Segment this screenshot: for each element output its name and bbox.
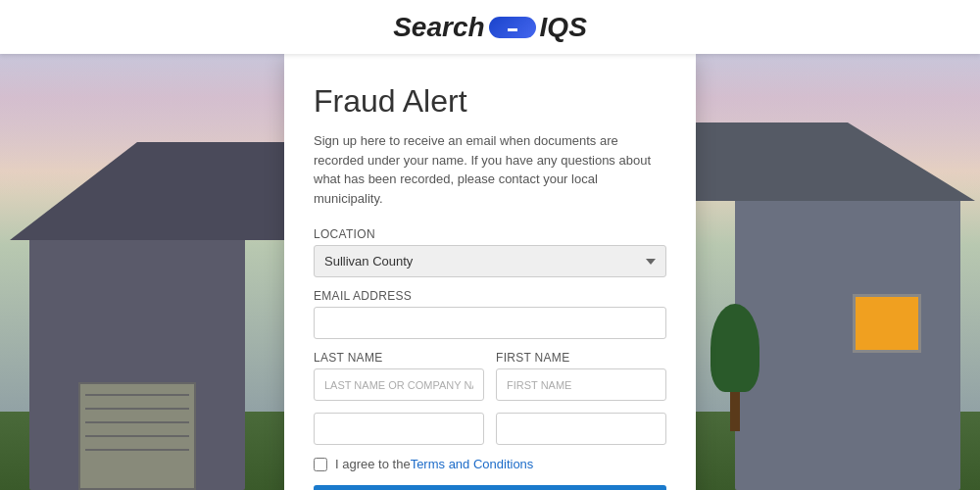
header: Search IQS bbox=[0, 0, 980, 54]
extra-field-right[interactable] bbox=[496, 413, 666, 445]
house-left bbox=[0, 118, 314, 490]
extra-field-left-group bbox=[314, 413, 484, 445]
location-group: Location Sullivan County bbox=[314, 227, 666, 277]
garage-line bbox=[85, 449, 189, 451]
house-window bbox=[853, 294, 921, 353]
extra-field-right-group bbox=[496, 413, 666, 445]
tree bbox=[715, 314, 755, 431]
house-right bbox=[686, 98, 980, 490]
name-row: Last Name First Name bbox=[314, 351, 666, 413]
email-group: Email Address bbox=[314, 289, 666, 339]
terms-row: I agree to the Terms and Conditions bbox=[314, 457, 666, 471]
garage-line bbox=[85, 421, 189, 423]
terms-checkbox[interactable] bbox=[314, 458, 327, 471]
garage-lines bbox=[85, 394, 189, 463]
form-title: Fraud Alert bbox=[314, 83, 666, 120]
extra-fields-row bbox=[314, 413, 666, 457]
logo-icon bbox=[489, 17, 536, 38]
email-label: Email Address bbox=[314, 289, 666, 303]
garage-line bbox=[85, 408, 189, 410]
terms-prefix-text: I agree to the bbox=[335, 457, 411, 471]
form-container: Fraud Alert Sign up here to receive an e… bbox=[284, 54, 696, 490]
garage-line bbox=[85, 435, 189, 437]
email-input[interactable] bbox=[314, 307, 666, 339]
terms-link[interactable]: Terms and Conditions bbox=[411, 457, 534, 471]
extra-field-left[interactable] bbox=[314, 413, 484, 445]
lastname-input[interactable] bbox=[314, 368, 484, 401]
location-label: Location bbox=[314, 227, 666, 241]
location-select[interactable]: Sullivan County bbox=[314, 245, 666, 277]
garage-line bbox=[85, 394, 189, 396]
submit-button[interactable]: Sign Up or Manage My Account bbox=[314, 485, 666, 490]
firstname-input[interactable] bbox=[496, 368, 666, 401]
logo-search-text: Search bbox=[393, 12, 484, 43]
garage bbox=[78, 382, 196, 490]
firstname-label: First Name bbox=[496, 351, 666, 365]
logo: Search IQS bbox=[393, 12, 587, 43]
firstname-group: First Name bbox=[496, 351, 666, 401]
lastname-label: Last Name bbox=[314, 351, 484, 365]
lastname-group: Last Name bbox=[314, 351, 484, 401]
form-description: Sign up here to receive an email when do… bbox=[314, 131, 666, 208]
logo-iqs-text: IQS bbox=[540, 12, 587, 43]
